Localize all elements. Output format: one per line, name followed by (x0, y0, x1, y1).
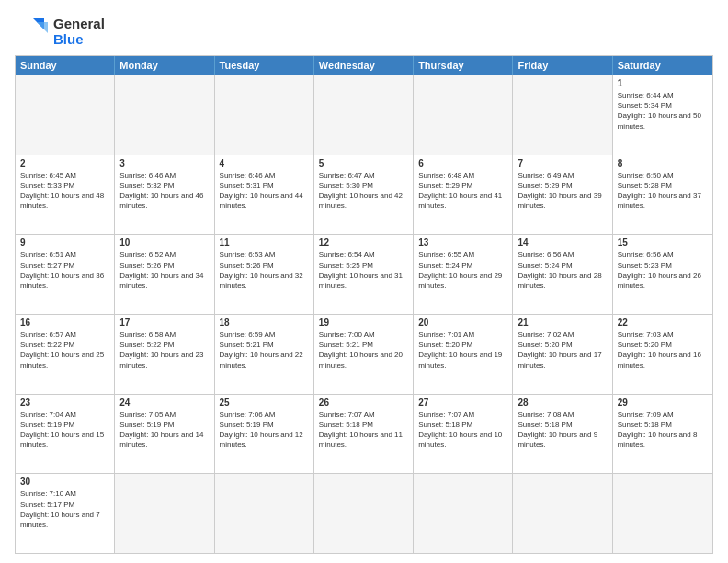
cell-text: Sunrise: 7:03 AM Sunset: 5:20 PM Dayligh… (618, 329, 708, 371)
calendar-cell: 3Sunrise: 6:46 AM Sunset: 5:32 PM Daylig… (115, 155, 214, 235)
cell-text: Sunrise: 6:50 AM Sunset: 5:28 PM Dayligh… (618, 170, 708, 212)
day-number: 8 (618, 158, 708, 168)
day-header-friday: Friday (513, 56, 612, 75)
calendar-cell: 9Sunrise: 6:51 AM Sunset: 5:27 PM Daylig… (16, 235, 115, 314)
calendar-row-1: 2Sunrise: 6:45 AM Sunset: 5:33 PM Daylig… (16, 155, 712, 235)
cell-text: Sunrise: 6:58 AM Sunset: 5:22 PM Dayligh… (119, 329, 209, 371)
day-header-thursday: Thursday (414, 56, 513, 75)
cell-text: Sunrise: 6:53 AM Sunset: 5:26 PM Dayligh… (220, 249, 309, 291)
calendar-cell: 8Sunrise: 6:50 AM Sunset: 5:28 PM Daylig… (613, 155, 712, 235)
day-number: 27 (418, 397, 507, 408)
cell-text: Sunrise: 6:46 AM Sunset: 5:31 PM Dayligh… (220, 170, 309, 212)
page: General Blue SundayMondayTuesdayWednesda… (0, 0, 728, 563)
calendar-cell: 17Sunrise: 6:58 AM Sunset: 5:22 PM Dayli… (115, 315, 214, 394)
calendar-cell (513, 474, 612, 553)
cell-text: Sunrise: 6:47 AM Sunset: 5:30 PM Dayligh… (319, 170, 408, 212)
calendar: SundayMondayTuesdayWednesdayThursdayFrid… (15, 55, 713, 554)
cell-text: Sunrise: 6:52 AM Sunset: 5:26 PM Dayligh… (119, 249, 209, 291)
calendar-header: SundayMondayTuesdayWednesdayThursdayFrid… (16, 56, 712, 75)
cell-text: Sunrise: 6:55 AM Sunset: 5:24 PM Dayligh… (418, 249, 507, 291)
day-number: 26 (319, 397, 408, 408)
cell-text: Sunrise: 7:01 AM Sunset: 5:20 PM Dayligh… (418, 329, 507, 371)
calendar-cell (513, 75, 612, 155)
calendar-cell: 12Sunrise: 6:54 AM Sunset: 5:25 PM Dayli… (314, 235, 414, 314)
day-number: 5 (319, 158, 408, 168)
cell-text: Sunrise: 6:51 AM Sunset: 5:27 PM Dayligh… (20, 249, 109, 291)
day-number: 1 (618, 78, 708, 88)
cell-text: Sunrise: 6:56 AM Sunset: 5:24 PM Dayligh… (518, 249, 607, 291)
day-number: 24 (119, 397, 209, 408)
cell-text: Sunrise: 6:44 AM Sunset: 5:34 PM Dayligh… (618, 90, 708, 132)
cell-text: Sunrise: 7:06 AM Sunset: 5:19 PM Dayligh… (220, 409, 309, 451)
cell-text: Sunrise: 7:00 AM Sunset: 5:21 PM Dayligh… (319, 329, 408, 371)
day-number: 3 (119, 158, 209, 168)
logo-blue: Blue (53, 31, 105, 47)
day-header-sunday: Sunday (16, 56, 115, 75)
calendar-cell: 16Sunrise: 6:57 AM Sunset: 5:22 PM Dayli… (16, 315, 115, 394)
calendar-cell: 18Sunrise: 6:59 AM Sunset: 5:21 PM Dayli… (215, 315, 314, 394)
calendar-cell (314, 75, 414, 155)
day-number: 25 (220, 397, 309, 408)
cell-text: Sunrise: 6:45 AM Sunset: 5:33 PM Dayligh… (20, 170, 109, 212)
calendar-cell: 27Sunrise: 7:07 AM Sunset: 5:18 PM Dayli… (414, 395, 513, 474)
calendar-cell: 4Sunrise: 6:46 AM Sunset: 5:31 PM Daylig… (215, 155, 314, 235)
day-number: 15 (618, 237, 708, 247)
calendar-row-3: 16Sunrise: 6:57 AM Sunset: 5:22 PM Dayli… (16, 314, 712, 394)
calendar-cell: 15Sunrise: 6:56 AM Sunset: 5:23 PM Dayli… (613, 235, 712, 314)
calendar-cell (16, 75, 115, 155)
calendar-cell: 24Sunrise: 7:05 AM Sunset: 5:19 PM Dayli… (115, 395, 214, 474)
day-number: 11 (220, 237, 309, 247)
calendar-cell: 19Sunrise: 7:00 AM Sunset: 5:21 PM Dayli… (314, 315, 414, 394)
calendar-row-4: 23Sunrise: 7:04 AM Sunset: 5:19 PM Dayli… (16, 394, 712, 474)
cell-text: Sunrise: 6:56 AM Sunset: 5:23 PM Dayligh… (618, 249, 708, 291)
day-header-monday: Monday (115, 56, 214, 75)
day-number: 30 (20, 477, 109, 487)
cell-text: Sunrise: 7:10 AM Sunset: 5:17 PM Dayligh… (20, 488, 109, 530)
cell-text: Sunrise: 7:05 AM Sunset: 5:19 PM Dayligh… (119, 409, 209, 451)
calendar-cell: 21Sunrise: 7:02 AM Sunset: 5:20 PM Dayli… (513, 315, 612, 394)
cell-text: Sunrise: 6:57 AM Sunset: 5:22 PM Dayligh… (20, 329, 109, 371)
calendar-cell: 10Sunrise: 6:52 AM Sunset: 5:26 PM Dayli… (115, 235, 214, 314)
calendar-cell: 13Sunrise: 6:55 AM Sunset: 5:24 PM Dayli… (414, 235, 513, 314)
calendar-cell: 7Sunrise: 6:49 AM Sunset: 5:29 PM Daylig… (513, 155, 612, 235)
calendar-cell (414, 75, 513, 155)
calendar-cell: 1Sunrise: 6:44 AM Sunset: 5:34 PM Daylig… (613, 75, 712, 155)
calendar-cell: 11Sunrise: 6:53 AM Sunset: 5:26 PM Dayli… (215, 235, 314, 314)
day-number: 23 (20, 397, 109, 408)
day-number: 13 (418, 237, 507, 247)
calendar-cell: 20Sunrise: 7:01 AM Sunset: 5:20 PM Dayli… (414, 315, 513, 394)
cell-text: Sunrise: 7:07 AM Sunset: 5:18 PM Dayligh… (319, 409, 408, 451)
calendar-cell: 14Sunrise: 6:56 AM Sunset: 5:24 PM Dayli… (513, 235, 612, 314)
calendar-cell (115, 474, 214, 553)
cell-text: Sunrise: 7:08 AM Sunset: 5:18 PM Dayligh… (518, 409, 607, 451)
day-number: 18 (220, 317, 309, 327)
day-number: 9 (20, 237, 109, 247)
day-header-wednesday: Wednesday (314, 56, 414, 75)
day-number: 2 (20, 158, 109, 168)
calendar-cell (314, 474, 414, 553)
logo-svg (15, 15, 48, 48)
calendar-cell (215, 474, 314, 553)
calendar-row-0: 1Sunrise: 6:44 AM Sunset: 5:34 PM Daylig… (16, 75, 712, 155)
cell-text: Sunrise: 7:04 AM Sunset: 5:19 PM Dayligh… (20, 409, 109, 451)
calendar-cell (414, 474, 513, 553)
day-number: 29 (618, 397, 708, 408)
header: General Blue (15, 15, 713, 48)
cell-text: Sunrise: 7:07 AM Sunset: 5:18 PM Dayligh… (418, 409, 507, 451)
day-number: 28 (518, 397, 607, 408)
calendar-cell: 30Sunrise: 7:10 AM Sunset: 5:17 PM Dayli… (16, 474, 115, 553)
day-number: 20 (418, 317, 507, 327)
cell-text: Sunrise: 6:59 AM Sunset: 5:21 PM Dayligh… (220, 329, 309, 371)
day-number: 22 (618, 317, 708, 327)
calendar-cell: 6Sunrise: 6:48 AM Sunset: 5:29 PM Daylig… (414, 155, 513, 235)
calendar-cell: 5Sunrise: 6:47 AM Sunset: 5:30 PM Daylig… (314, 155, 414, 235)
calendar-cell (613, 474, 712, 553)
calendar-cell: 25Sunrise: 7:06 AM Sunset: 5:19 PM Dayli… (215, 395, 314, 474)
day-number: 10 (119, 237, 209, 247)
cell-text: Sunrise: 7:09 AM Sunset: 5:18 PM Dayligh… (618, 409, 708, 451)
cell-text: Sunrise: 7:02 AM Sunset: 5:20 PM Dayligh… (518, 329, 607, 371)
cell-text: Sunrise: 6:48 AM Sunset: 5:29 PM Dayligh… (418, 170, 507, 212)
day-number: 14 (518, 237, 607, 247)
day-number: 17 (119, 317, 209, 327)
cell-text: Sunrise: 6:46 AM Sunset: 5:32 PM Dayligh… (119, 170, 209, 212)
